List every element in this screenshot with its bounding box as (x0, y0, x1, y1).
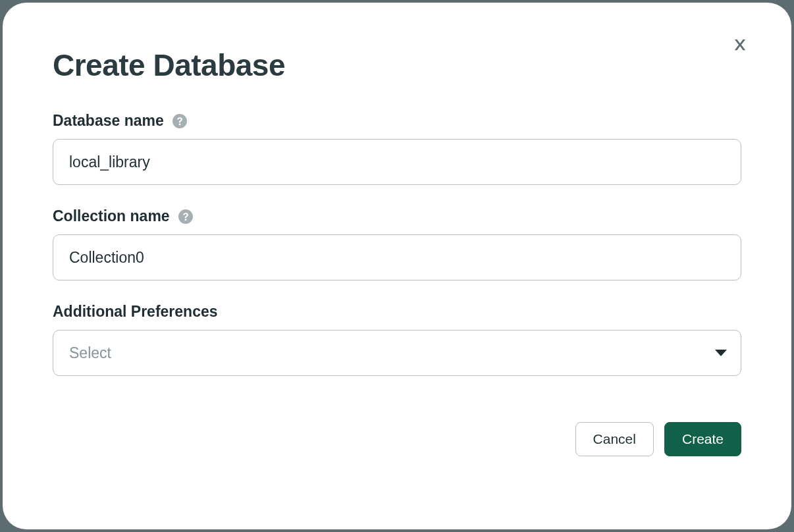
additional-preferences-group: Additional Preferences Select (53, 303, 741, 376)
database-name-label: Database name (53, 112, 164, 130)
modal-title: Create Database (53, 47, 741, 83)
database-name-input[interactable] (53, 139, 741, 185)
create-database-modal: Create Database Database name Collection… (3, 3, 791, 529)
help-icon[interactable] (178, 209, 194, 225)
additional-preferences-select[interactable]: Select (53, 330, 741, 376)
collection-name-input[interactable] (53, 234, 741, 280)
create-button[interactable]: Create (664, 422, 741, 456)
database-name-group: Database name (53, 112, 741, 185)
additional-preferences-label: Additional Preferences (53, 303, 218, 321)
modal-footer: Cancel Create (53, 422, 741, 456)
select-placeholder: Select (69, 344, 111, 362)
cancel-button[interactable]: Cancel (575, 422, 654, 456)
close-icon (731, 36, 749, 56)
close-button[interactable] (728, 34, 752, 58)
collection-name-group: Collection name (53, 207, 741, 280)
collection-name-label: Collection name (53, 207, 170, 225)
help-icon[interactable] (172, 113, 188, 129)
